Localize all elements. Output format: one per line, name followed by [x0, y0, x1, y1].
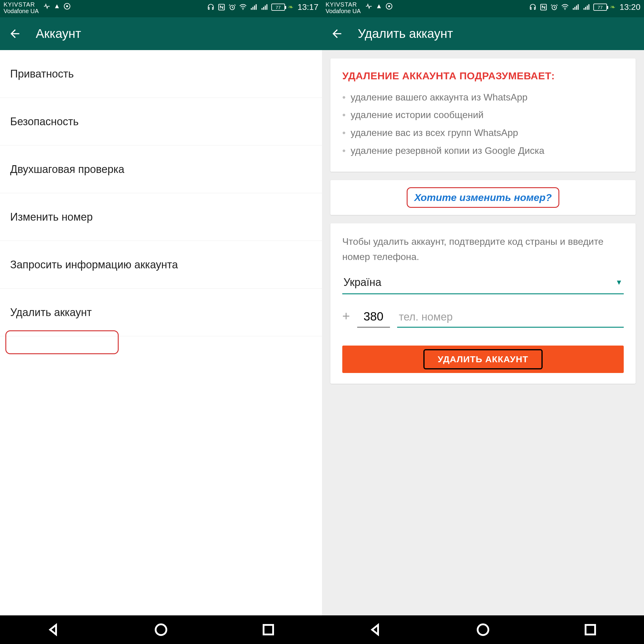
- carrier-primary: KYIVSTAR: [4, 1, 39, 8]
- screen-delete-account: KYIVSTAR Vodafone UA 77 ❧ 13:20: [322, 0, 644, 615]
- signal1-icon: [250, 3, 258, 11]
- battery-indicator: 77: [593, 4, 607, 11]
- warning-item: удаление вас из всех групп WhatsApp: [342, 126, 624, 140]
- menu-delete-account[interactable]: Удалить аккаунт: [0, 289, 322, 336]
- carrier-secondary: Vodafone UA: [326, 8, 361, 14]
- carrier-primary: KYIVSTAR: [326, 1, 361, 8]
- delete-button-label: УДАЛИТЬ АККАУНТ: [438, 354, 528, 364]
- activity-icon: [365, 2, 373, 10]
- country-code-input[interactable]: [357, 308, 390, 328]
- wifi-icon: [561, 3, 569, 11]
- nfc-icon: [218, 3, 225, 11]
- screen-account-settings: KYIVSTAR Vodafone UA 77 ❧ 13:17: [0, 0, 322, 615]
- alarm-icon: [228, 3, 236, 11]
- highlight-change-number: Хотите изменить номер?: [407, 187, 559, 208]
- system-nav-bar: [0, 615, 644, 644]
- form-instruction: Чтобы удалить аккаунт, подтвердите код с…: [342, 234, 624, 264]
- status-bar: KYIVSTAR Vodafone UA 77 ❧ 13:17: [0, 0, 322, 17]
- wifi-icon: [239, 3, 247, 11]
- nav-back-button[interactable]: [367, 621, 385, 639]
- data-icon: [375, 2, 383, 10]
- country-select[interactable]: Україна ▼: [342, 273, 624, 294]
- page-title: Удалить аккаунт: [358, 27, 453, 41]
- svg-point-6: [388, 5, 390, 7]
- svg-point-10: [156, 624, 166, 635]
- svg-point-4: [242, 9, 243, 10]
- phone-number-input[interactable]: [397, 309, 624, 328]
- signal1-icon: [572, 3, 580, 11]
- app-bar: Удалить аккаунт: [322, 17, 644, 50]
- menu-privacy[interactable]: Приватность: [0, 50, 322, 98]
- nav-recent-button[interactable]: [581, 621, 599, 639]
- menu-security[interactable]: Безопасность: [0, 98, 322, 145]
- nav-back-button[interactable]: [45, 621, 63, 639]
- menu-request-info[interactable]: Запросить информацию аккаунта: [0, 241, 322, 289]
- headset-icon: [529, 3, 537, 11]
- country-value: Україна: [343, 276, 381, 289]
- account-menu: Приватность Безопасность Двухшаговая про…: [0, 50, 322, 336]
- chevron-down-icon: ▼: [615, 278, 623, 287]
- carrier-secondary: Vodafone UA: [4, 8, 39, 14]
- change-number-card: Хотите изменить номер?: [330, 180, 636, 215]
- svg-point-1: [66, 5, 68, 7]
- clock: 13:17: [298, 2, 318, 12]
- svg-point-12: [478, 624, 488, 635]
- page-title: Аккаунт: [36, 27, 81, 41]
- nav-home-button[interactable]: [474, 621, 492, 639]
- warning-item: удаление истории сообщений: [342, 108, 624, 123]
- alarm-icon: [550, 3, 558, 11]
- nfc-icon: [540, 3, 547, 11]
- headset-icon: [207, 3, 215, 11]
- menu-change-number[interactable]: Изменить номер: [0, 193, 322, 241]
- svg-point-9: [564, 9, 565, 10]
- plus-prefix: +: [342, 309, 350, 328]
- chrome-icon: [385, 2, 393, 10]
- eco-icon: ❧: [288, 3, 293, 11]
- status-bar: KYIVSTAR Vodafone UA 77 ❧ 13:20: [322, 0, 644, 17]
- warning-list: удаление вашего аккаунта из WhatsApp уда…: [342, 90, 624, 158]
- delete-account-button[interactable]: УДАЛИТЬ АККАУНТ: [342, 346, 624, 373]
- app-bar: Аккаунт: [0, 17, 322, 50]
- clock: 13:20: [620, 2, 640, 12]
- signal2-icon: [583, 3, 590, 11]
- nav-home-button[interactable]: [152, 621, 170, 639]
- warning-card: УДАЛЕНИЕ АККАУНТА ПОДРАЗУМЕВАЕТ: удалени…: [330, 58, 636, 172]
- change-number-link[interactable]: Хотите изменить номер?: [414, 192, 552, 203]
- warning-item: удаление вашего аккаунта из WhatsApp: [342, 90, 624, 105]
- eco-icon: ❧: [610, 3, 615, 11]
- data-icon: [53, 2, 61, 10]
- svg-rect-13: [586, 625, 595, 634]
- warning-title: УДАЛЕНИЕ АККАУНТА ПОДРАЗУМЕВАЕТ:: [342, 69, 624, 83]
- activity-icon: [43, 2, 51, 10]
- delete-form-card: Чтобы удалить аккаунт, подтвердите код с…: [330, 223, 636, 383]
- warning-item: удаление резервной копии из Google Диска: [342, 143, 624, 158]
- nav-recent-button[interactable]: [259, 621, 277, 639]
- menu-two-step[interactable]: Двухшаговая проверка: [0, 145, 322, 193]
- back-button[interactable]: [8, 27, 21, 40]
- svg-rect-11: [264, 625, 273, 634]
- chrome-icon: [63, 2, 71, 10]
- back-button[interactable]: [330, 27, 343, 40]
- signal2-icon: [261, 3, 268, 11]
- battery-indicator: 77: [271, 4, 285, 11]
